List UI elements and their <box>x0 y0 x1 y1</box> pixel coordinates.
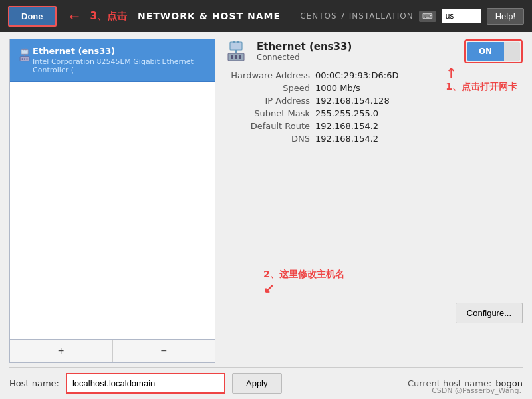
dns-label: DNS <box>223 134 310 144</box>
svg-rect-5 <box>22 58 23 60</box>
speed-label: Speed <box>223 83 310 93</box>
svg-rect-15 <box>239 55 241 59</box>
svg-rect-6 <box>24 58 25 60</box>
svg-rect-9 <box>233 41 235 43</box>
detail-header-left: Ethernet (ens33) Connected <box>223 39 352 64</box>
arrow-down-left-icon: ↙ <box>263 281 344 297</box>
svg-rect-3 <box>24 54 25 56</box>
middle-section: Ethernet (ens33) Intel Corporation 82545… <box>9 39 523 363</box>
ip-address-value: 192.168.154.128 <box>315 96 390 106</box>
network-item-desc: Intel Corporation 82545EM Gigabit Ethern… <box>33 57 208 74</box>
network-list-panel: Ethernet (ens33) Intel Corporation 82545… <box>9 39 215 363</box>
top-bar-right: CENTOS 7 INSTALLATION ⌨ Help! <box>300 8 524 25</box>
network-list-buttons: + − <box>10 339 215 362</box>
apply-button[interactable]: Apply <box>232 373 282 394</box>
subnet-mask-row: Subnet Mask 255.255.255.0 <box>223 108 523 118</box>
annotation-text-edit-hostname: 2、这里修改主机名 <box>263 269 344 281</box>
default-route-label: Default Route <box>223 121 310 131</box>
svg-rect-0 <box>21 49 28 54</box>
svg-rect-13 <box>231 55 233 59</box>
annotation-open-nic: ↑ 1、点击打开网卡 <box>446 65 517 93</box>
annotation-text-open-nic: 1、点击打开网卡 <box>446 81 517 93</box>
main-content: Ethernet (ens33) Intel Corporation 82545… <box>0 32 532 399</box>
lang-input[interactable] <box>442 9 481 23</box>
ethernet-list-icon <box>17 46 33 65</box>
dns-row: DNS 192.168.154.2 <box>223 134 523 144</box>
configure-button[interactable]: Configure... <box>456 303 523 323</box>
detail-panel: Ethernet (ens33) Connected ON ↑ 1、点击打开网卡 <box>223 39 523 363</box>
hardware-address-label: Hardware Address <box>223 70 310 80</box>
arrow-up-icon: ↑ <box>446 65 517 81</box>
detail-ethernet-name: Ethernet (ens33) <box>257 41 352 53</box>
default-route-value: 192.168.154.2 <box>315 121 378 131</box>
svg-rect-1 <box>23 49 24 51</box>
svg-rect-2 <box>25 49 27 51</box>
remove-network-button[interactable]: − <box>113 340 215 362</box>
hostname-section: Host name: Apply <box>9 373 282 394</box>
svg-rect-10 <box>237 41 239 43</box>
toggle-switch[interactable]: ON <box>467 42 520 61</box>
network-list: Ethernet (ens33) Intel Corporation 82545… <box>10 39 215 339</box>
page-title: NETWORK & HOST NAME <box>138 11 281 21</box>
speed-value: 1000 Mb/s <box>315 83 360 93</box>
hardware-address-value: 00:0C:29:93:D6:6D <box>315 70 398 80</box>
hostname-input[interactable] <box>66 373 225 394</box>
ip-address-row: IP Address 192.168.154.128 <box>223 96 523 106</box>
add-network-button[interactable]: + <box>10 340 113 362</box>
annotation-edit-hostname: 2、这里修改主机名 ↙ <box>263 269 344 297</box>
centos-label: CENTOS 7 INSTALLATION <box>300 11 414 21</box>
network-item-name: Ethernet (ens33) <box>33 46 208 56</box>
default-route-row: Default Route 192.168.154.2 <box>223 121 523 131</box>
top-bar-left: Done ← 3、点击 NETWORK & HOST NAME <box>8 6 281 27</box>
dns-value: 192.168.154.2 <box>315 134 378 144</box>
step-annotation-1: 3、点击 <box>90 10 127 23</box>
svg-rect-8 <box>230 42 242 50</box>
subnet-mask-label: Subnet Mask <box>223 108 310 118</box>
ip-address-label: IP Address <box>223 96 310 106</box>
ethernet-detail-icon <box>223 39 249 64</box>
network-list-item[interactable]: Ethernet (ens33) Intel Corporation 82545… <box>10 39 215 82</box>
svg-rect-11 <box>235 50 237 53</box>
toggle-container: ON <box>464 39 523 63</box>
toggle-off-label[interactable] <box>504 42 520 61</box>
detail-status: Connected <box>257 53 352 62</box>
done-button[interactable]: Done <box>8 6 57 27</box>
network-item-text: Ethernet (ens33) Intel Corporation 82545… <box>33 46 208 74</box>
detail-header: Ethernet (ens33) Connected ON <box>223 39 523 64</box>
arrow-annotation-1: ← <box>70 9 80 23</box>
svg-rect-7 <box>27 58 28 60</box>
subnet-mask-value: 255.255.255.0 <box>315 108 378 118</box>
keyboard-icon: ⌨ <box>419 11 436 22</box>
watermark: CSDN @Passerby_Wang. <box>432 386 521 395</box>
toggle-on-label[interactable]: ON <box>467 42 504 61</box>
hostname-label: Host name: <box>9 378 59 388</box>
detail-name-group: Ethernet (ens33) Connected <box>257 41 352 62</box>
top-bar: Done ← 3、点击 NETWORK & HOST NAME CENTOS 7… <box>0 0 532 32</box>
help-button[interactable]: Help! <box>487 8 524 25</box>
svg-rect-14 <box>235 55 237 59</box>
